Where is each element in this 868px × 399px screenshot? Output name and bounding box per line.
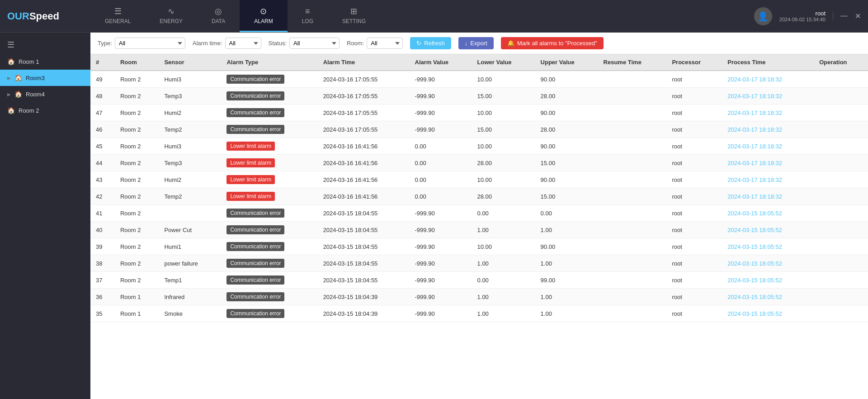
row-resume-time — [598, 188, 667, 205]
row-processor: root — [666, 88, 722, 104]
sidebar-item-room2[interactable]: 🏠 Room 2 — [0, 102, 90, 119]
row-room: Room 2 — [115, 71, 159, 88]
refresh-label: Refresh — [424, 40, 445, 47]
sidebar-header[interactable]: ☰ — [0, 36, 90, 53]
sidebar-item-room3[interactable]: ▶ 🏠 Room3 — [0, 70, 90, 86]
status-select[interactable]: All Processed Unprocessed — [289, 38, 340, 49]
alarm-badge: Lower limit alarm — [226, 175, 275, 184]
row-alarm-time: 2024-03-15 18:04:55 — [318, 272, 410, 289]
alarm-badge: Communication error — [226, 108, 284, 117]
nav-tabs: ☰ GENERAL ∿ ENERGY ◎ DATA ⊙ ALARM ≡ LOG … — [90, 0, 747, 32]
col-header-#: # — [90, 54, 115, 71]
main-layout: ☰ 🏠 Room 1 ▶ 🏠 Room3 ▶ 🏠 Room4 🏠 Room 2 … — [0, 33, 868, 399]
export-icon: ↓ — [465, 40, 468, 47]
row-alarm-type: Lower limit alarm — [221, 171, 317, 188]
export-button[interactable]: ↓ Export — [458, 37, 494, 49]
alarm-badge: Communication error — [226, 259, 284, 268]
sidebar-label-room3: Room3 — [26, 75, 45, 81]
process-time-value: 2024-03-17 18:18:32 — [727, 109, 782, 116]
sidebar-item-room1[interactable]: 🏠 Room 1 — [0, 53, 90, 70]
row-operation — [814, 188, 868, 205]
alarm-badge: Communication error — [226, 309, 284, 318]
row-alarm-value: 0.00 — [410, 155, 472, 171]
process-time-value: 2024-03-15 18:05:52 — [727, 243, 782, 250]
row-sensor: Temp3 — [159, 155, 221, 171]
row-num: 40 — [90, 222, 115, 238]
sidebar-item-room4[interactable]: ▶ 🏠 Room4 — [0, 86, 90, 102]
alarm-nav-label: ALARM — [254, 18, 273, 24]
nav-tab-data[interactable]: ◎ DATA — [197, 0, 240, 32]
row-room: Room 2 — [115, 272, 159, 289]
refresh-icon: ↻ — [416, 40, 421, 47]
row-room: Room 2 — [115, 171, 159, 188]
row-alarm-type: Communication error — [221, 255, 317, 272]
nav-tab-setting[interactable]: ⊞ SETTING — [328, 0, 380, 32]
row-operation — [814, 104, 868, 121]
row-lower-value: 10.00 — [472, 238, 535, 255]
row-sensor: Infrared — [159, 289, 221, 305]
minimize-button[interactable]: — — [840, 12, 848, 20]
alarm-badge: Lower limit alarm — [226, 192, 275, 201]
alarm-time-label: Alarm time: — [193, 40, 222, 47]
col-header-upper-value: Upper Value — [535, 54, 598, 71]
row-alarm-value: -999.90 — [410, 305, 472, 322]
row-num: 39 — [90, 238, 115, 255]
sidebar: ☰ 🏠 Room 1 ▶ 🏠 Room3 ▶ 🏠 Room4 🏠 Room 2 — [0, 33, 90, 399]
row-sensor: Humi2 — [159, 171, 221, 188]
row-sensor: power failure — [159, 255, 221, 272]
table-row: 39Room 2Humi1Communication error2024-03-… — [90, 238, 868, 255]
row-alarm-value: 0.00 — [410, 138, 472, 155]
row-alarm-time: 2024-03-16 17:05:55 — [318, 121, 410, 138]
row-upper-value: 15.00 — [535, 188, 598, 205]
col-header-alarm-time: Alarm Time — [318, 54, 410, 71]
alarm-badge: Communication error — [226, 91, 284, 100]
table-row: 35Room 1SmokeCommunication error2024-03-… — [90, 305, 868, 322]
alarm-time-select[interactable]: All — [225, 38, 261, 49]
alarm-badge: Communication error — [226, 125, 284, 134]
logo-our: OUR — [7, 10, 29, 22]
user-time: 2024-09-02 15:34:40 — [779, 17, 826, 22]
process-time-value: 2024-03-17 18:18:32 — [727, 176, 782, 183]
row-process-time: 2024-03-15 18:05:52 — [722, 238, 814, 255]
avatar: 👤 — [754, 7, 772, 25]
header: OURSpeed ☰ GENERAL ∿ ENERGY ◎ DATA ⊙ ALA… — [0, 0, 868, 33]
nav-tab-alarm[interactable]: ⊙ ALARM — [240, 0, 287, 32]
row-process-time: 2024-03-17 18:18:32 — [722, 138, 814, 155]
mark-button[interactable]: 🔔 Mark all alarms to "Processed" — [501, 37, 604, 49]
row-sensor: Temp3 — [159, 88, 221, 104]
alarm-table: #RoomSensorAlarm TypeAlarm TimeAlarm Val… — [90, 54, 868, 322]
row-processor: root — [666, 71, 722, 88]
row-process-time: 2024-03-15 18:05:52 — [722, 205, 814, 222]
row-process-time: 2024-03-17 18:18:32 — [722, 71, 814, 88]
row-resume-time — [598, 121, 667, 138]
nav-tab-energy[interactable]: ∿ ENERGY — [145, 0, 197, 32]
nav-tab-general[interactable]: ☰ GENERAL — [90, 0, 145, 32]
alarm-badge: Lower limit alarm — [226, 142, 275, 151]
room-select[interactable]: All Room 1 Room 2 Room3 Room4 — [367, 38, 403, 49]
col-header-resume-time: Resume Time — [598, 54, 667, 71]
setting-nav-icon: ⊞ — [350, 6, 357, 16]
row-resume-time — [598, 222, 667, 238]
row-num: 36 — [90, 289, 115, 305]
row-lower-value: 1.00 — [472, 255, 535, 272]
close-button[interactable]: ✕ — [855, 12, 861, 20]
row-alarm-type: Lower limit alarm — [221, 138, 317, 155]
row-num: 48 — [90, 88, 115, 104]
row-sensor: Humi2 — [159, 104, 221, 121]
row-processor: root — [666, 121, 722, 138]
row-room: Room 1 — [115, 305, 159, 322]
general-nav-label: GENERAL — [105, 18, 131, 24]
row-alarm-time: 2024-03-16 17:05:55 — [318, 104, 410, 121]
table-row: 46Room 2Temp2Communication error2024-03-… — [90, 121, 868, 138]
alarm-badge: Communication error — [226, 75, 284, 84]
refresh-button[interactable]: ↻ Refresh — [410, 37, 451, 49]
row-room: Room 1 — [115, 289, 159, 305]
row-process-time: 2024-03-15 18:05:52 — [722, 272, 814, 289]
row-alarm-time: 2024-03-16 16:41:56 — [318, 138, 410, 155]
row-resume-time — [598, 289, 667, 305]
row-alarm-type: Communication error — [221, 305, 317, 322]
nav-tab-log[interactable]: ≡ LOG — [288, 0, 328, 32]
row-alarm-type: Lower limit alarm — [221, 188, 317, 205]
row-alarm-time: 2024-03-15 18:04:39 — [318, 289, 410, 305]
type-select[interactable]: All Communication error Lower limit alar… — [115, 38, 185, 49]
